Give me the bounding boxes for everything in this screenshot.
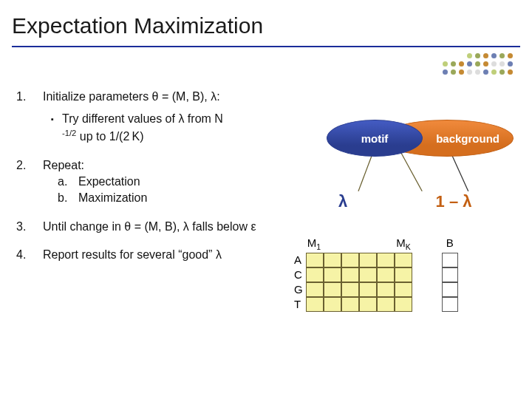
bg-cell: [442, 282, 458, 297]
bg-cell: [442, 267, 458, 282]
motif-cell: [341, 253, 359, 267]
motif-cell: [395, 282, 412, 297]
step-4-number: 4.: [16, 247, 43, 263]
dot: [475, 69, 480, 75]
matrix-row: A C G T M1 MK B: [294, 236, 523, 312]
dot: [451, 53, 456, 58]
dot: [499, 69, 505, 75]
dot: [508, 53, 513, 58]
motif-cell: [377, 297, 395, 312]
row-C: C: [294, 267, 303, 282]
motif-label: motif: [361, 132, 389, 145]
dot: [475, 53, 480, 58]
step-1-sub-line2: up to 1/(2 K): [76, 130, 143, 143]
background-label: background: [436, 132, 499, 145]
motif-cell: [324, 253, 341, 267]
step-1-sub: ▪ Try different values of λ from N -1/2 …: [43, 111, 312, 145]
step-2b: b. Maximization: [58, 190, 312, 206]
page-title: Expectation Maximization: [12, 13, 520, 38]
motif-cell: [306, 267, 324, 282]
motif-cell: [341, 267, 359, 282]
one-minus-lambda-label: 1 – λ: [383, 192, 525, 211]
motif-cell: [377, 282, 395, 297]
step-1-sub-line1: Try different values of λ from N: [62, 112, 223, 125]
motif-cell: [359, 267, 377, 282]
dot: [467, 53, 472, 58]
dot: [483, 53, 488, 58]
dot: [491, 61, 497, 66]
motif-cell: [377, 267, 395, 282]
step-2b-label: b.: [58, 190, 78, 206]
dot: [459, 69, 464, 75]
motif-cell: [359, 253, 377, 267]
step-2-lead: Repeat:: [43, 157, 312, 174]
step-2a-label: a.: [58, 174, 78, 190]
motif-cell: [324, 297, 341, 312]
title-rule: [12, 46, 520, 47]
dot: [499, 53, 505, 58]
motif-cell: [359, 297, 377, 312]
dot: [491, 53, 497, 58]
dot: [443, 53, 448, 58]
dot: [451, 61, 456, 66]
motif-cell: [306, 297, 324, 312]
motif-cell: [341, 282, 359, 297]
motif-cell: [395, 253, 412, 267]
motif-cell: [359, 282, 377, 297]
step-3: 3. Until change in θ = (M, B), λ falls b…: [16, 219, 312, 235]
dot: [508, 61, 513, 66]
bg-cell: [442, 297, 458, 312]
step-3-text: Until change in θ = (M, B), λ falls belo…: [43, 219, 312, 235]
row-G: G: [294, 282, 303, 297]
dot: [467, 61, 472, 66]
dot: [499, 61, 505, 66]
background-col-label: B: [446, 236, 454, 249]
step-4-text: Report results for several “good” λ: [43, 247, 312, 263]
bg-cell: [442, 253, 458, 267]
motif-ellipse: motif: [327, 120, 423, 157]
step-2b-text: Maximization: [78, 190, 147, 206]
step-1-text: Initialize parameters θ = (M, B), λ:: [43, 89, 312, 105]
dot: [491, 69, 497, 75]
step-4: 4. Report results for several “good” λ: [16, 247, 312, 263]
decorative-dot-grid: [443, 53, 514, 76]
dot: [508, 69, 513, 75]
motif-cell: [324, 282, 341, 297]
step-1-sub-exp: -1/2: [62, 129, 76, 137]
row-A: A: [294, 253, 303, 267]
nucleotide-row-labels: A C G T: [294, 253, 303, 312]
motif-cell: [341, 297, 359, 312]
motif-cell: [306, 253, 324, 267]
dot: [459, 53, 464, 58]
step-3-number: 3.: [16, 219, 43, 235]
motif-grid: [306, 253, 412, 312]
dot: [467, 69, 472, 75]
motif-col-last: MK: [396, 236, 411, 250]
motif-cell: [395, 297, 412, 312]
motif-cell: [395, 267, 412, 282]
motif-col-first: M1: [307, 236, 321, 250]
step-1: 1. Initialize parameters θ = (M, B), λ: …: [16, 89, 312, 146]
motif-cell: [377, 253, 395, 267]
motif-cell: [306, 282, 324, 297]
dot: [443, 61, 448, 66]
step-1-sub-bullet: ▪: [43, 111, 62, 145]
background-grid: [442, 253, 458, 312]
dot: [451, 69, 456, 75]
lambda-label: λ: [303, 192, 383, 211]
mixture-diagram: background motif λ 1 – λ: [303, 118, 525, 211]
dot: [443, 69, 448, 75]
step-1-sub-text: Try different values of λ from N -1/2 up…: [62, 111, 312, 145]
step-2a: a. Expectation: [58, 174, 312, 190]
dot: [483, 61, 488, 66]
steps-list: 1. Initialize parameters θ = (M, B), λ: …: [16, 89, 312, 263]
step-2: 2. Repeat: a. Expectation b. Maximizatio…: [16, 157, 312, 207]
step-2-number: 2.: [16, 157, 43, 207]
motif-cell: [324, 267, 341, 282]
motif-matrix: M1 MK: [306, 236, 412, 312]
row-T: T: [294, 297, 303, 312]
dot: [475, 61, 480, 66]
background-matrix: B: [442, 236, 458, 312]
dot: [459, 61, 464, 66]
step-2a-text: Expectation: [78, 174, 140, 190]
